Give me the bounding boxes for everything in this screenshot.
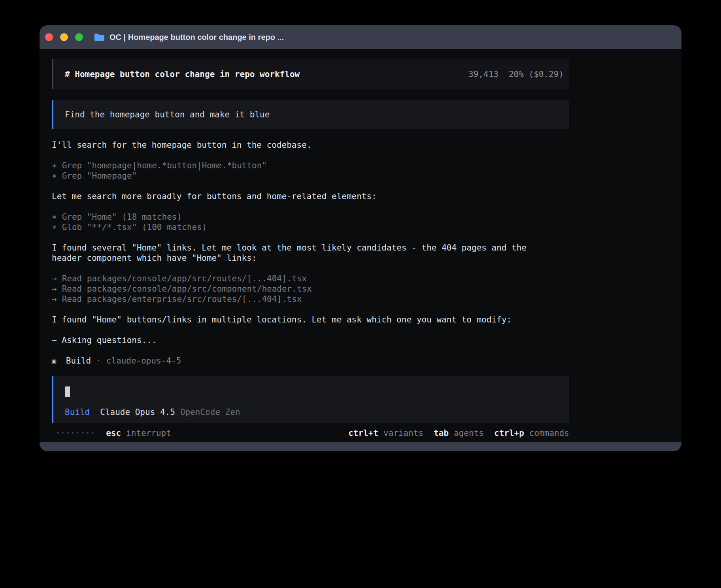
- token-count: 39,413: [468, 70, 498, 79]
- folder-icon: [94, 33, 105, 41]
- tool-bullet-icon: ∗: [52, 160, 57, 171]
- tool-call-group: ∗Grep "homepage|home.*button|Home.*butto…: [52, 160, 569, 181]
- tool-call-read: →Read packages/console/app/src/routes/[.…: [52, 273, 569, 284]
- tab-key-label: tab: [434, 428, 449, 438]
- hint-commands: ctrl+pcommands: [494, 428, 569, 438]
- user-message: Find the homepage button and make it blu…: [52, 100, 569, 129]
- assistant-message-text: Let me search more broadly for buttons a…: [52, 192, 377, 201]
- agent-info-line: ▣Build·claude-opus-4-5: [52, 356, 569, 366]
- window-titlebar[interactable]: OC | Homepage button color change in rep…: [40, 25, 681, 49]
- tool-call-grep: ∗Grep "Home" (18 matches): [52, 212, 569, 222]
- assistant-message: I found several "Home" links. Let me loo…: [52, 243, 542, 263]
- arrow-right-icon: →: [52, 273, 57, 284]
- commands-label: commands: [529, 428, 569, 438]
- tool-call-grep: ∗Grep "Homepage": [52, 171, 569, 181]
- session-title: # Homepage button color change in repo w…: [65, 69, 300, 79]
- window-controls: [45, 33, 83, 41]
- interrupt-label: interrupt: [126, 428, 171, 438]
- session-header: # Homepage button color change in repo w…: [52, 59, 569, 89]
- tool-call-text: Glob "**/*.tsx" (100 matches): [62, 222, 207, 232]
- tool-call-text: Read packages/console/app/src/component/…: [62, 284, 312, 294]
- model-label[interactable]: Claude Opus 4.5: [100, 407, 175, 417]
- prompt-input[interactable]: BuildClaude Opus 4.5OpenCode Zen: [52, 376, 569, 423]
- tool-bullet-icon: ∗: [52, 222, 57, 232]
- esc-key-label: esc: [106, 428, 121, 438]
- tool-call-text: Read packages/enterprise/src/routes/[...…: [62, 294, 302, 304]
- hint-agents: tabagents: [434, 428, 484, 438]
- assistant-message-text: I found several "Home" links. Let me loo…: [52, 243, 527, 263]
- variants-label: variants: [383, 428, 423, 438]
- agent-model: claude-opus-4-5: [106, 356, 181, 366]
- hint-interrupt: escinterrupt: [106, 428, 171, 438]
- working-status-text: ~ Asking questions...: [52, 335, 157, 345]
- assistant-message: Let me search more broadly for buttons a…: [52, 191, 542, 202]
- status-bar: ········ escinterrupt ctrl+tvariants tab…: [52, 428, 569, 438]
- context-usage: 20% ($0.29): [509, 70, 564, 79]
- terminal-window: OC | Homepage button color change in rep…: [40, 25, 681, 451]
- session-stats: 39,41320% ($0.29): [468, 69, 564, 79]
- zoom-button[interactable]: [75, 33, 83, 41]
- assistant-message-text: I'll search for the homepage button in t…: [52, 140, 311, 150]
- tool-call-group: ∗Grep "Home" (18 matches) ∗Glob "**/*.ts…: [52, 212, 569, 232]
- agent-name: Build: [66, 356, 91, 366]
- terminal-content: # Homepage button color change in repo w…: [40, 49, 681, 442]
- agent-icon: ▣: [52, 357, 56, 365]
- tool-call-read: →Read packages/enterprise/src/routes/[..…: [52, 294, 569, 304]
- input-meta-row: BuildClaude Opus 4.5OpenCode Zen: [65, 407, 569, 417]
- tool-call-read: →Read packages/console/app/src/component…: [52, 284, 569, 294]
- window-title: OC | Homepage button color change in rep…: [109, 33, 284, 42]
- tool-call-text: Grep "homepage|home.*button|Home.*button…: [62, 161, 267, 170]
- tool-bullet-icon: ∗: [52, 212, 57, 222]
- hint-variants: ctrl+tvariants: [348, 428, 423, 438]
- assistant-message: I found "Home" buttons/links in multiple…: [52, 315, 542, 325]
- ctrl-p-key-label: ctrl+p: [494, 428, 524, 438]
- user-message-text: Find the homepage button and make it blu…: [65, 110, 270, 119]
- ctrl-t-key-label: ctrl+t: [348, 428, 378, 438]
- working-status: ~ Asking questions...: [52, 335, 569, 345]
- spinner-dots: ········: [55, 428, 95, 438]
- tool-call-glob: ∗Glob "**/*.tsx" (100 matches): [52, 222, 569, 232]
- agent-mode-label[interactable]: Build: [65, 407, 90, 417]
- agents-label: agents: [454, 428, 484, 438]
- minimize-button[interactable]: [60, 33, 68, 41]
- desktop-background: OC | Homepage button color change in rep…: [0, 0, 721, 588]
- arrow-right-icon: →: [52, 284, 57, 294]
- tool-call-grep: ∗Grep "homepage|home.*button|Home.*butto…: [52, 160, 569, 171]
- assistant-message: I'll search for the homepage button in t…: [52, 140, 542, 150]
- agent-separator: ·: [96, 356, 101, 366]
- tool-call-text: Read packages/console/app/src/routes/[..…: [62, 274, 307, 283]
- tool-bullet-icon: ∗: [52, 171, 57, 181]
- tool-call-text: Grep "Homepage": [62, 171, 137, 181]
- arrow-right-icon: →: [52, 294, 57, 304]
- close-button[interactable]: [45, 33, 53, 41]
- tool-call-text: Grep "Home" (18 matches): [62, 212, 182, 222]
- assistant-message-text: I found "Home" buttons/links in multiple…: [52, 315, 511, 324]
- tool-call-group: →Read packages/console/app/src/routes/[.…: [52, 273, 569, 304]
- provider-label: OpenCode Zen: [180, 407, 240, 417]
- text-cursor: [65, 386, 70, 397]
